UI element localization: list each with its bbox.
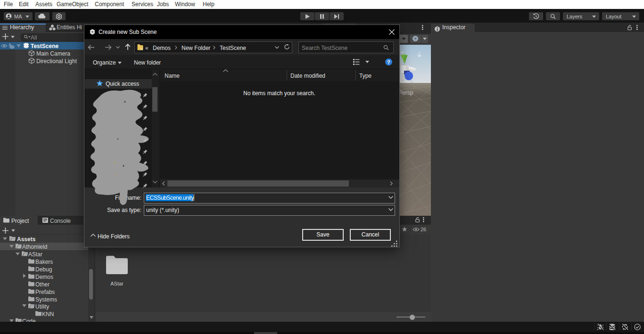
svg-text:D: D [58,15,60,18]
svg-text:z: z [410,78,413,84]
svg-text:y: y [401,49,404,55]
